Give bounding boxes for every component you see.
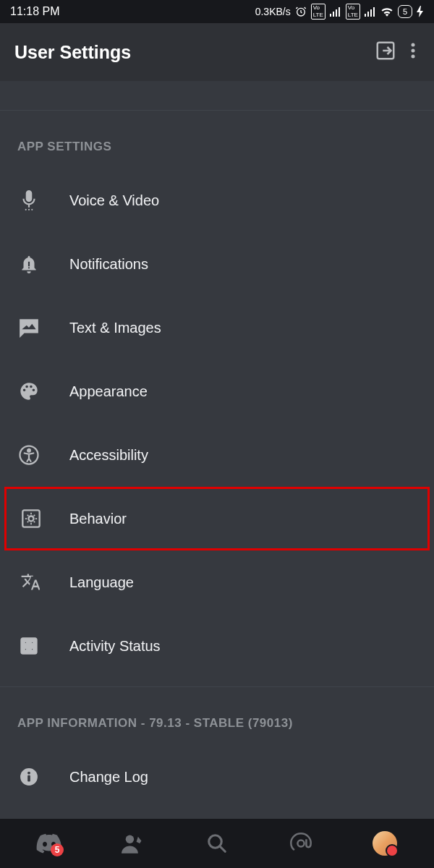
- svg-rect-5: [365, 14, 366, 17]
- volte-icon-1: VoLTE: [311, 4, 326, 20]
- svg-rect-7: [370, 9, 372, 17]
- settings-item-activity-status[interactable]: ? Activity Status: [0, 614, 434, 678]
- settings-item-change-log[interactable]: Change Log: [0, 745, 434, 809]
- settings-label: Behavior: [69, 511, 127, 527]
- svg-point-13: [25, 209, 27, 210]
- settings-item-text-images[interactable]: Text & Images: [0, 296, 434, 359]
- settings-label: Notifications: [69, 256, 148, 273]
- status-time: 11:18 PM: [10, 5, 59, 18]
- settings-item-voice-video[interactable]: Voice & Video: [0, 169, 434, 232]
- battery-indicator: 5: [398, 5, 412, 18]
- exit-icon[interactable]: [375, 40, 396, 64]
- svg-rect-4: [339, 7, 340, 17]
- gear-box-icon: [20, 507, 43, 530]
- svg-point-30: [126, 835, 134, 843]
- svg-rect-29: [27, 775, 30, 782]
- status-indicators: 0.3KB/s VoLTE VoLTE 5: [255, 4, 424, 20]
- settings-item-language[interactable]: Language: [0, 550, 434, 614]
- settings-label: Change Log: [69, 769, 148, 786]
- wifi-icon: [380, 7, 393, 17]
- bell-icon: [17, 252, 41, 276]
- alarm-icon: [295, 6, 307, 17]
- nav-search-icon[interactable]: [200, 826, 234, 861]
- settings-label: Activity Status: [69, 638, 161, 655]
- svg-point-12: [412, 55, 415, 59]
- svg-rect-2: [333, 12, 334, 17]
- network-speed: 0.3KB/s: [255, 6, 291, 17]
- accessibility-icon: [17, 443, 41, 467]
- settings-label: Text & Images: [69, 320, 161, 336]
- nav-mentions-icon[interactable]: [284, 826, 318, 861]
- svg-point-17: [28, 267, 30, 268]
- svg-point-25: [31, 648, 34, 651]
- settings-item-behavior[interactable]: Behavior: [4, 487, 430, 550]
- svg-point-15: [31, 209, 33, 210]
- svg-point-19: [27, 449, 30, 452]
- dice-icon: ?: [17, 634, 41, 658]
- header: User Settings: [0, 23, 434, 81]
- svg-point-14: [28, 209, 30, 210]
- svg-point-11: [412, 49, 415, 53]
- signal-icon-2: [365, 7, 376, 17]
- section-header-app-settings: APP SETTINGS: [0, 110, 434, 169]
- info-icon: [17, 765, 41, 788]
- settings-item-accessibility[interactable]: Accessibility: [0, 423, 434, 487]
- settings-label: Appearance: [69, 383, 148, 400]
- palette-icon: [17, 380, 41, 403]
- nav-profile-avatar[interactable]: [367, 826, 402, 861]
- settings-item-appearance[interactable]: Appearance: [0, 359, 434, 423]
- microphone-icon: [17, 189, 41, 212]
- image-message-icon: [17, 316, 41, 339]
- bottom-nav: 5: [0, 819, 434, 868]
- svg-point-10: [412, 43, 415, 47]
- settings-label: Voice & Video: [69, 192, 159, 209]
- translate-icon: [17, 571, 41, 594]
- svg-rect-3: [336, 9, 337, 17]
- status-bar: 11:18 PM 0.3KB/s VoLTE VoLTE 5: [0, 0, 434, 23]
- svg-rect-8: [373, 7, 375, 17]
- settings-content: APP SETTINGS Voice & Video Notifications…: [0, 81, 434, 819]
- svg-point-32: [297, 840, 304, 846]
- svg-rect-16: [28, 262, 30, 266]
- avatar: [373, 831, 397, 856]
- signal-icon-1: [330, 7, 341, 17]
- nav-discord-icon[interactable]: 5: [32, 826, 67, 861]
- volte-icon-2: VoLTE: [346, 4, 360, 20]
- settings-item-notifications[interactable]: Notifications: [0, 232, 434, 296]
- section-header-app-info: APP INFORMATION - 79.13 - STABLE (79013): [0, 687, 434, 745]
- svg-rect-1: [330, 14, 331, 17]
- settings-label: Accessibility: [69, 447, 148, 464]
- svg-text:?: ?: [27, 644, 31, 650]
- nav-badge: 5: [51, 843, 64, 856]
- svg-rect-6: [367, 12, 369, 17]
- page-title: User Settings: [14, 42, 365, 63]
- charging-icon: [417, 6, 424, 17]
- settings-label: Language: [69, 574, 134, 591]
- svg-point-28: [27, 772, 30, 775]
- nav-friends-icon[interactable]: [116, 826, 150, 861]
- svg-point-23: [31, 642, 34, 644]
- more-options-icon[interactable]: [407, 42, 420, 62]
